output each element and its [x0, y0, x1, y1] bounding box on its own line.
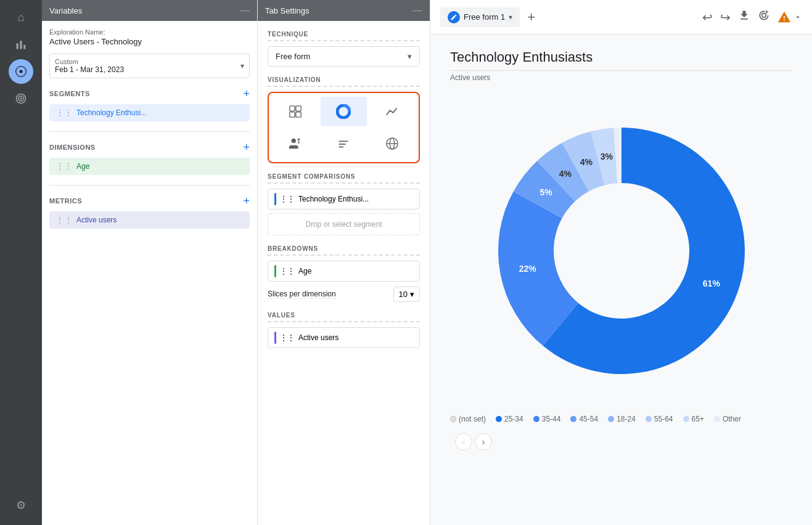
donut-chart: 61%22%5%4%4%3% — [467, 97, 776, 405]
drag-handle-icon: ⋮⋮ — [280, 267, 295, 275]
bar-viz-button[interactable] — [321, 129, 366, 158]
blue-bar-indicator — [274, 193, 276, 205]
segments-title: SEGMENTS — [49, 90, 90, 97]
values-chip-label: Active users — [298, 333, 338, 342]
drag-handle-icon: ⋮⋮ — [280, 333, 295, 342]
slices-row: Slices per dimension 10 ▾ — [268, 287, 420, 302]
left-nav: ⌂ ⚙ — [0, 0, 42, 525]
add-metric-button[interactable]: + — [243, 195, 250, 206]
dimension-chip-age[interactable]: ⋮⋮ Age — [49, 158, 250, 175]
date-range-value: Feb 1 - Mar 31, 2023 — [55, 65, 124, 74]
legend-item-65plus: 65+ — [683, 415, 704, 423]
tab-settings-minimize[interactable]: — — [412, 5, 422, 16]
breakdown-chip-age[interactable]: ⋮⋮ Age — [268, 261, 420, 282]
tab-name: Free form 1 — [464, 12, 505, 22]
tab-free-form-1[interactable]: Free form 1 ▾ — [440, 7, 520, 27]
dimension-chip-label: Age — [76, 162, 89, 171]
download-icon[interactable] — [738, 9, 750, 25]
legend-label-35-44: 35-44 — [542, 415, 561, 423]
tab-settings-header: Tab Settings — — [258, 0, 430, 21]
svg-rect-0 — [17, 43, 18, 49]
segment-comparison-label: Technology Enthusi... — [298, 195, 369, 203]
top-bar-actions: ↩ ↪ — [702, 9, 802, 25]
legend-label-not-set: (not set) — [459, 415, 486, 423]
drag-handle-icon: ⋮⋮ — [280, 195, 295, 203]
line-viz-button[interactable] — [369, 97, 415, 126]
drag-handle-icon: ⋮⋮ — [55, 161, 73, 171]
metric-chip-label: Active users — [76, 216, 117, 224]
segment-chip-technology[interactable]: ⋮⋮ Technology Enthusi... — [49, 104, 250, 121]
legend-dot-18-24 — [608, 416, 614, 422]
label-25-34: 61% — [702, 279, 720, 288]
legend-label-65plus: 65+ — [692, 415, 704, 423]
explore-icon[interactable] — [9, 59, 33, 84]
legend-dot-other — [714, 416, 720, 422]
legend-navigation: ‹ › — [455, 433, 492, 450]
chart-icon[interactable] — [9, 32, 33, 57]
svg-point-14 — [298, 139, 300, 141]
variables-minimize[interactable]: — — [240, 5, 250, 16]
tab-icon — [448, 11, 460, 23]
svg-rect-11 — [296, 112, 301, 117]
legend-label-25-34: 25-34 — [504, 415, 523, 423]
share-icon[interactable] — [758, 9, 770, 25]
table-viz-button[interactable] — [273, 97, 318, 126]
legend-item-25-34: 25-34 — [496, 415, 523, 423]
add-dimension-button[interactable]: + — [243, 142, 250, 153]
svg-point-7 — [20, 98, 22, 99]
label-45-54: 5% — [539, 187, 552, 197]
metrics-title: METRICS — [49, 197, 82, 205]
label-18-24: 4% — [559, 169, 572, 179]
dimensions-title: DIMENSIONS — [49, 144, 96, 151]
user-viz-button[interactable] — [273, 129, 318, 158]
chart-subtitle: Active users — [450, 73, 792, 82]
redo-icon[interactable]: ↪ — [720, 10, 731, 25]
visualization-label: VISUALIZATION — [268, 76, 420, 87]
target-icon[interactable] — [9, 86, 33, 111]
legend-label-45-54: 45-54 — [579, 415, 598, 423]
breakdown-chip-label: Age — [298, 267, 311, 275]
metric-chip-active-users[interactable]: ⋮⋮ Active users — [49, 211, 250, 229]
drop-segment-area[interactable]: Drop or select segment — [268, 213, 420, 235]
svg-rect-1 — [20, 41, 22, 49]
svg-rect-8 — [290, 106, 295, 111]
values-chip-active-users[interactable]: ⋮⋮ Active users — [268, 327, 420, 348]
legend-next-button[interactable]: › — [475, 433, 492, 450]
undo-icon[interactable]: ↩ — [702, 10, 713, 25]
technique-value: Free form — [276, 52, 310, 61]
add-tab-button[interactable]: + — [527, 9, 535, 25]
legend-prev-button[interactable]: ‹ — [455, 433, 472, 450]
tab-chevron-icon: ▾ — [509, 13, 512, 22]
legend-item-55-64: 55-64 — [646, 415, 673, 423]
segment-comparisons-label: SEGMENT COMPARISONS — [268, 173, 420, 184]
slices-chevron-icon: ▾ — [410, 290, 414, 299]
legend-label-55-64: 55-64 — [654, 415, 673, 423]
segment-chip-label: Technology Enthusi... — [76, 108, 147, 117]
technique-label: TECHNIQUE — [268, 31, 420, 41]
date-range-type: Custom — [55, 58, 124, 65]
legend-dot-65plus — [683, 416, 689, 422]
home-icon[interactable]: ⌂ — [9, 5, 33, 30]
segment-comparison-chip[interactable]: ⋮⋮ Technology Enthusi... — [268, 189, 420, 210]
main-area: Free form 1 ▾ + ↩ ↪ Technology Enthusias… — [430, 0, 812, 525]
donut-viz-button[interactable] — [321, 97, 366, 126]
breakdowns-label: BREAKDOWNS — [268, 245, 420, 256]
donut-chart-container: 61%22%5%4%4%3% (not set) 25-34 35-44 — [450, 97, 792, 450]
technique-dropdown[interactable]: Free form ▾ — [268, 46, 420, 67]
label-55-64: 4% — [580, 157, 593, 167]
globe-viz-button[interactable] — [369, 129, 415, 158]
slices-dropdown[interactable]: 10 ▾ — [393, 287, 420, 302]
drop-segment-label: Drop or select segment — [305, 220, 382, 229]
settings-icon[interactable]: ⚙ — [9, 493, 33, 518]
warning-badge[interactable] — [777, 10, 802, 24]
donut-svg: 61%22%5%4%4%3% — [467, 97, 776, 405]
legend-label-18-24: 18-24 — [617, 415, 636, 423]
chart-area: Technology Enthusiasts Active users — [430, 35, 812, 525]
svg-rect-2 — [23, 45, 25, 49]
add-segment-button[interactable]: + — [243, 88, 250, 99]
date-range-picker[interactable]: Custom Feb 1 - Mar 31, 2023 ▾ — [49, 54, 250, 78]
legend-label-other: Other — [723, 415, 741, 423]
top-bar: Free form 1 ▾ + ↩ ↪ — [430, 0, 812, 35]
drag-handle-icon: ⋮⋮ — [55, 108, 73, 118]
legend-item-not-set: (not set) — [450, 415, 486, 423]
